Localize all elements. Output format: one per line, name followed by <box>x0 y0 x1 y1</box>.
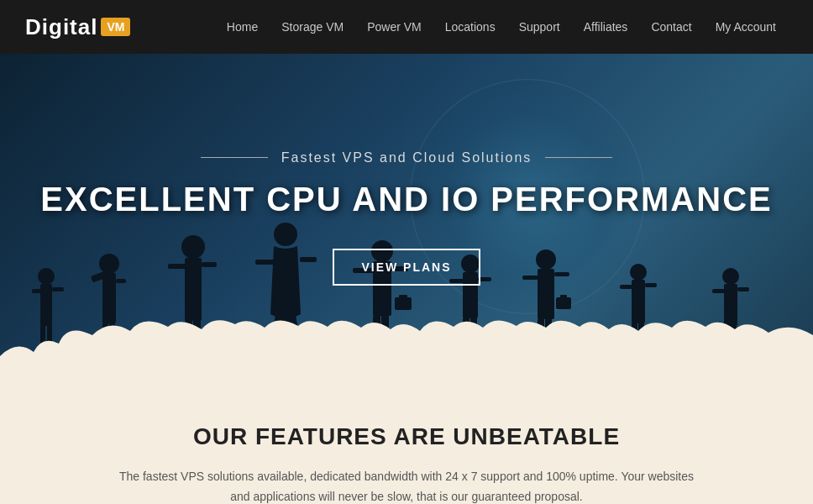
logo-badge: VM <box>101 18 130 36</box>
navbar: Digital VM Home Storage VM Power VM Loca… <box>0 0 813 54</box>
hero-section: Fastest VPS and Cloud Solutions EXCELLEN… <box>0 54 813 381</box>
features-title: OUR FEATURES ARE UNBEATABLE <box>67 423 746 450</box>
nav-item-power-vm[interactable]: Power VM <box>355 19 433 34</box>
nav-item-contact[interactable]: Contact <box>639 19 703 34</box>
logo[interactable]: Digital VM <box>25 14 130 40</box>
nav-item-home[interactable]: Home <box>215 19 270 34</box>
logo-text: Digital <box>25 14 97 40</box>
hero-subtitle: Fastest VPS and Cloud Solutions <box>201 150 613 165</box>
nav-links: Home Storage VM Power VM Locations Suppo… <box>215 19 788 34</box>
features-section: OUR FEATURES ARE UNBEATABLE The fastest … <box>0 381 813 504</box>
nav-item-support[interactable]: Support <box>507 19 572 34</box>
cloud-wave <box>0 314 813 381</box>
nav-item-my-account[interactable]: My Account <box>704 19 788 34</box>
nav-item-storage-vm[interactable]: Storage VM <box>270 19 355 34</box>
nav-item-affiliates[interactable]: Affiliates <box>572 19 640 34</box>
view-plans-button[interactable]: VIEW PLANS <box>333 249 480 286</box>
hero-title: EXCELLENT CPU AND IO PERFORMANCE <box>40 181 772 218</box>
nav-item-locations[interactable]: Locations <box>433 19 507 34</box>
features-description: The fastest VPS solutions available, ded… <box>113 467 700 504</box>
